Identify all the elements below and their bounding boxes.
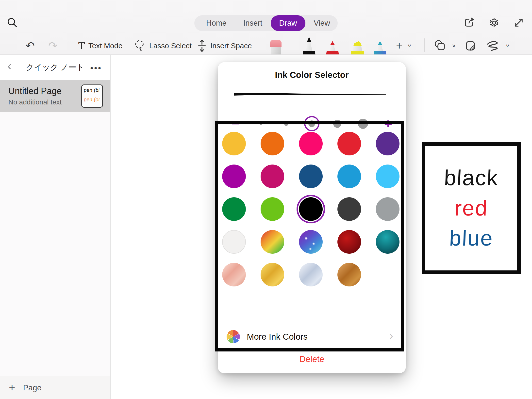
lasso-select-button[interactable]: Lasso Select bbox=[133, 37, 192, 55]
chevron-down-icon: ∨ bbox=[505, 43, 510, 49]
yellow-highlighter-tool[interactable] bbox=[350, 41, 365, 55]
delete-pen-button[interactable]: Delete bbox=[218, 354, 406, 364]
ink-swatch-red[interactable] bbox=[337, 132, 361, 155]
share-icon[interactable] bbox=[463, 16, 476, 29]
ink-swatch-yellow[interactable] bbox=[222, 132, 246, 155]
ink-swatch-light-blue[interactable] bbox=[376, 165, 399, 188]
squiggle-icon bbox=[486, 39, 500, 52]
lasso-select-icon bbox=[133, 39, 146, 53]
sidebar-header: ‹ クイック ノート ••• bbox=[0, 55, 110, 80]
ink-word-black: black bbox=[444, 166, 499, 190]
eraser-body bbox=[271, 47, 281, 55]
add-page-label: Page bbox=[23, 383, 42, 392]
insert-space-icon bbox=[197, 39, 207, 53]
thickness-dot-4[interactable] bbox=[330, 116, 345, 131]
ink-swatch-ocean[interactable] bbox=[376, 230, 399, 254]
ink-swatch-dark-gray[interactable] bbox=[337, 197, 361, 221]
insert-space-label: Insert Space bbox=[210, 42, 252, 50]
page-list-sidebar: ‹ クイック ノート ••• Untitled Page No addition… bbox=[0, 55, 111, 399]
add-pen-button[interactable]: + ∨ bbox=[396, 37, 412, 55]
ink-swatch-red-marble[interactable] bbox=[337, 230, 361, 254]
page-thumbnail: pen (bl pen (or bbox=[81, 84, 103, 108]
teal-pen-tool[interactable] bbox=[373, 41, 387, 55]
shapes-button[interactable]: ∨ bbox=[433, 37, 456, 55]
text-mode-button[interactable]: T Text Mode bbox=[78, 37, 122, 55]
chevron-right-icon: › bbox=[389, 329, 393, 342]
ink-swatch-cerulean[interactable] bbox=[337, 165, 361, 188]
toolbar-divider bbox=[292, 38, 292, 52]
ink-swatch-orange[interactable] bbox=[261, 132, 284, 155]
tab-home-label: Home bbox=[206, 19, 227, 28]
chevron-down-icon: ∨ bbox=[452, 43, 456, 49]
text-mode-label: Text Mode bbox=[88, 42, 122, 50]
more-ink-colors-label: More Ink Colors bbox=[247, 332, 308, 342]
thickness-dot-2[interactable] bbox=[279, 116, 294, 131]
redo-button[interactable]: ↷ bbox=[48, 37, 57, 55]
plus-icon: + bbox=[396, 40, 402, 51]
ribbon-tabbar: Home Insert Draw View bbox=[194, 15, 338, 31]
ink-swatch-galaxy[interactable] bbox=[299, 230, 323, 254]
more-ink-colors-button[interactable]: More Ink Colors › bbox=[218, 323, 406, 350]
ink-swatch-light-green[interactable] bbox=[261, 197, 284, 221]
ink-swatch-rose-gold[interactable] bbox=[222, 263, 246, 286]
increase-thickness-button[interactable]: + bbox=[381, 117, 396, 131]
ink-swatch-gold[interactable] bbox=[261, 263, 284, 286]
tab-insert[interactable]: Insert bbox=[235, 15, 271, 31]
top-toolbar: Home Insert Draw View ↶ ↷ T Text Mode bbox=[0, 0, 532, 55]
red-pen-tool[interactable] bbox=[326, 41, 339, 55]
black-pen-tool-selected[interactable] bbox=[302, 37, 316, 55]
insert-space-button[interactable]: Insert Space bbox=[197, 37, 252, 55]
ink-annotate-button[interactable] bbox=[464, 37, 477, 55]
page-list-item-selected[interactable]: Untitled Page No additional text pen (bl… bbox=[0, 80, 110, 112]
thickness-dot-3-selected[interactable] bbox=[304, 116, 319, 131]
ink-swatch-bronze[interactable] bbox=[337, 263, 361, 286]
ink-word-red: red bbox=[454, 196, 488, 220]
ink-swatch-black-selected[interactable] bbox=[299, 197, 323, 221]
thumb-ink-line-black: pen (bl bbox=[83, 87, 102, 93]
fullscreen-expand-icon[interactable] bbox=[512, 16, 525, 29]
settings-gear-icon[interactable] bbox=[488, 16, 500, 29]
search-button[interactable] bbox=[6, 17, 18, 29]
eraser-cap bbox=[270, 40, 282, 47]
ink-swatch-pink[interactable] bbox=[299, 132, 323, 155]
toolbar-divider bbox=[424, 38, 425, 52]
shapes-icon bbox=[433, 39, 447, 52]
ink-swatch-gray[interactable] bbox=[376, 197, 399, 221]
redo-icon: ↷ bbox=[48, 40, 57, 51]
tab-draw-label: Draw bbox=[279, 19, 297, 28]
thickness-dot-5[interactable] bbox=[355, 116, 370, 131]
tab-home[interactable]: Home bbox=[198, 15, 235, 31]
app-window: Home Insert Draw View ↶ ↷ T Text Mode bbox=[0, 0, 532, 399]
eraser-tool[interactable] bbox=[270, 40, 282, 55]
ink-swatch-raspberry[interactable] bbox=[261, 165, 284, 188]
tab-draw[interactable]: Draw bbox=[271, 15, 305, 31]
more-options-ellipsis-button[interactable]: ••• bbox=[90, 63, 102, 73]
undo-button[interactable]: ↶ bbox=[26, 37, 35, 55]
undo-icon: ↶ bbox=[26, 40, 35, 51]
window-actions bbox=[463, 16, 525, 29]
page-subtitle: No additional text bbox=[8, 98, 62, 106]
ink-to-text-button[interactable]: ∨ bbox=[486, 37, 510, 55]
add-page-button[interactable]: + Page bbox=[0, 376, 110, 399]
ink-swatch-dark-blue[interactable] bbox=[299, 165, 323, 188]
thumb-ink-line-orange: pen (or bbox=[83, 97, 102, 102]
search-icon bbox=[6, 17, 18, 29]
text-mode-icon: T bbox=[78, 40, 85, 51]
popup-title: Ink Color Selector bbox=[218, 70, 406, 80]
ink-swatch-white[interactable] bbox=[222, 230, 246, 254]
thickness-dot-1[interactable] bbox=[253, 116, 268, 131]
ink-swatch-magenta[interactable] bbox=[222, 165, 246, 188]
lasso-select-label: Lasso Select bbox=[149, 42, 192, 50]
ink-swatch-green[interactable] bbox=[222, 197, 246, 221]
ink-swatch-rainbow-glitter[interactable] bbox=[261, 230, 284, 254]
decrease-thickness-button[interactable]: − bbox=[228, 117, 243, 131]
tab-view[interactable]: View bbox=[305, 15, 339, 31]
stroke-width-preview bbox=[233, 92, 386, 97]
ink-swatch-dark-purple[interactable] bbox=[376, 132, 399, 155]
popup-divider bbox=[218, 108, 406, 108]
ink-word-blue: blue bbox=[449, 226, 494, 250]
ink-swatch-silver[interactable] bbox=[299, 263, 323, 286]
page-title: Untitled Page bbox=[8, 86, 62, 96]
ink-color-grid bbox=[222, 132, 399, 286]
delete-label: Delete bbox=[299, 354, 324, 364]
